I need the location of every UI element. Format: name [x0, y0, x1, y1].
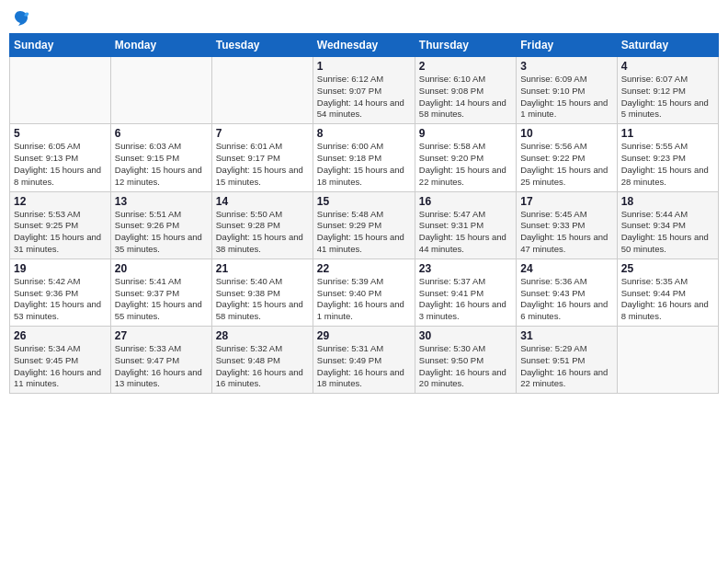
day-info: Sunrise: 6:00 AM Sunset: 9:18 PM Dayligh… [317, 141, 411, 188]
day-number: 8 [317, 127, 411, 140]
calendar-header-row: SundayMondayTuesdayWednesdayThursdayFrid… [10, 34, 719, 57]
day-info: Sunrise: 5:55 AM Sunset: 9:23 PM Dayligh… [621, 141, 714, 188]
calendar-cell [211, 57, 313, 124]
day-info: Sunrise: 5:32 AM Sunset: 9:48 PM Dayligh… [216, 343, 309, 390]
logo-bird-icon [11, 9, 29, 28]
day-number: 3 [520, 60, 612, 73]
day-number: 17 [520, 195, 612, 208]
day-number: 7 [216, 127, 309, 140]
day-info: Sunrise: 6:09 AM Sunset: 9:10 PM Dayligh… [520, 74, 612, 121]
calendar-cell: 11Sunrise: 5:55 AM Sunset: 9:23 PM Dayli… [617, 124, 718, 191]
calendar-cell: 18Sunrise: 5:44 AM Sunset: 9:34 PM Dayli… [617, 191, 718, 259]
day-info: Sunrise: 6:10 AM Sunset: 9:08 PM Dayligh… [419, 74, 512, 121]
day-number: 4 [621, 60, 714, 73]
logo [9, 9, 29, 28]
day-info: Sunrise: 5:33 AM Sunset: 9:47 PM Dayligh… [115, 343, 208, 390]
day-number: 1 [317, 60, 411, 73]
day-info: Sunrise: 5:56 AM Sunset: 9:22 PM Dayligh… [520, 141, 612, 188]
calendar-cell: 19Sunrise: 5:42 AM Sunset: 9:36 PM Dayli… [10, 259, 111, 326]
calendar-cell [10, 57, 111, 124]
day-info: Sunrise: 5:42 AM Sunset: 9:36 PM Dayligh… [14, 276, 107, 323]
day-number: 24 [520, 262, 612, 275]
day-info: Sunrise: 6:07 AM Sunset: 9:12 PM Dayligh… [621, 74, 714, 121]
weekday-header-friday: Friday [517, 34, 617, 57]
calendar-cell: 21Sunrise: 5:40 AM Sunset: 9:38 PM Dayli… [211, 259, 313, 326]
day-number: 9 [419, 127, 512, 140]
day-number: 16 [419, 195, 512, 208]
day-number: 13 [115, 195, 208, 208]
day-number: 29 [317, 329, 411, 342]
calendar-cell: 29Sunrise: 5:31 AM Sunset: 9:49 PM Dayli… [313, 327, 415, 394]
day-number: 31 [520, 329, 612, 342]
day-info: Sunrise: 5:53 AM Sunset: 9:25 PM Dayligh… [14, 209, 107, 256]
day-info: Sunrise: 5:51 AM Sunset: 9:26 PM Dayligh… [115, 209, 208, 256]
weekday-header-saturday: Saturday [617, 34, 718, 57]
calendar-cell: 26Sunrise: 5:34 AM Sunset: 9:45 PM Dayli… [10, 327, 111, 394]
calendar-cell: 5Sunrise: 6:05 AM Sunset: 9:13 PM Daylig… [10, 124, 111, 191]
day-number: 22 [317, 262, 411, 275]
calendar-cell: 28Sunrise: 5:32 AM Sunset: 9:48 PM Dayli… [211, 327, 313, 394]
day-info: Sunrise: 6:03 AM Sunset: 9:15 PM Dayligh… [115, 141, 208, 188]
day-number: 11 [621, 127, 714, 140]
weekday-header-sunday: Sunday [10, 34, 111, 57]
day-number: 14 [216, 195, 309, 208]
day-number: 20 [115, 262, 208, 275]
calendar-cell: 24Sunrise: 5:36 AM Sunset: 9:43 PM Dayli… [517, 259, 617, 326]
calendar-cell: 3Sunrise: 6:09 AM Sunset: 9:10 PM Daylig… [517, 57, 617, 124]
calendar-cell: 10Sunrise: 5:56 AM Sunset: 9:22 PM Dayli… [517, 124, 617, 191]
calendar-cell: 16Sunrise: 5:47 AM Sunset: 9:31 PM Dayli… [415, 191, 516, 259]
day-number: 5 [14, 127, 107, 140]
page-header [9, 9, 719, 28]
day-number: 10 [520, 127, 612, 140]
calendar-cell: 20Sunrise: 5:41 AM Sunset: 9:37 PM Dayli… [110, 259, 211, 326]
day-info: Sunrise: 5:50 AM Sunset: 9:28 PM Dayligh… [216, 209, 309, 256]
calendar-cell: 17Sunrise: 5:45 AM Sunset: 9:33 PM Dayli… [517, 191, 617, 259]
day-info: Sunrise: 5:39 AM Sunset: 9:40 PM Dayligh… [317, 276, 411, 323]
day-number: 18 [621, 195, 714, 208]
calendar-cell: 9Sunrise: 5:58 AM Sunset: 9:20 PM Daylig… [415, 124, 516, 191]
calendar-cell: 31Sunrise: 5:29 AM Sunset: 9:51 PM Dayli… [517, 327, 617, 394]
day-number: 27 [115, 329, 208, 342]
day-info: Sunrise: 6:01 AM Sunset: 9:17 PM Dayligh… [216, 141, 309, 188]
day-info: Sunrise: 5:44 AM Sunset: 9:34 PM Dayligh… [621, 209, 714, 256]
day-number: 12 [14, 195, 107, 208]
calendar-cell: 27Sunrise: 5:33 AM Sunset: 9:47 PM Dayli… [110, 327, 211, 394]
day-info: Sunrise: 5:48 AM Sunset: 9:29 PM Dayligh… [317, 209, 411, 256]
weekday-header-wednesday: Wednesday [313, 34, 415, 57]
day-number: 2 [419, 60, 512, 73]
day-number: 6 [115, 127, 208, 140]
day-info: Sunrise: 5:37 AM Sunset: 9:41 PM Dayligh… [419, 276, 512, 323]
weekday-header-tuesday: Tuesday [211, 34, 313, 57]
calendar-cell: 25Sunrise: 5:35 AM Sunset: 9:44 PM Dayli… [617, 259, 718, 326]
weekday-header-thursday: Thursday [415, 34, 516, 57]
day-info: Sunrise: 5:36 AM Sunset: 9:43 PM Dayligh… [520, 276, 612, 323]
calendar-cell: 6Sunrise: 6:03 AM Sunset: 9:15 PM Daylig… [110, 124, 211, 191]
calendar-cell: 4Sunrise: 6:07 AM Sunset: 9:12 PM Daylig… [617, 57, 718, 124]
day-number: 21 [216, 262, 309, 275]
calendar-week-row: 5Sunrise: 6:05 AM Sunset: 9:13 PM Daylig… [10, 124, 719, 191]
calendar-cell: 30Sunrise: 5:30 AM Sunset: 9:50 PM Dayli… [415, 327, 516, 394]
day-number: 19 [14, 262, 107, 275]
calendar-cell: 13Sunrise: 5:51 AM Sunset: 9:26 PM Dayli… [110, 191, 211, 259]
calendar-cell: 23Sunrise: 5:37 AM Sunset: 9:41 PM Dayli… [415, 259, 516, 326]
calendar-cell: 15Sunrise: 5:48 AM Sunset: 9:29 PM Dayli… [313, 191, 415, 259]
day-info: Sunrise: 5:35 AM Sunset: 9:44 PM Dayligh… [621, 276, 714, 323]
day-number: 26 [14, 329, 107, 342]
calendar-cell: 22Sunrise: 5:39 AM Sunset: 9:40 PM Dayli… [313, 259, 415, 326]
day-info: Sunrise: 6:05 AM Sunset: 9:13 PM Dayligh… [14, 141, 107, 188]
day-info: Sunrise: 5:31 AM Sunset: 9:49 PM Dayligh… [317, 343, 411, 390]
day-info: Sunrise: 5:47 AM Sunset: 9:31 PM Dayligh… [419, 209, 512, 256]
calendar-cell: 1Sunrise: 6:12 AM Sunset: 9:07 PM Daylig… [313, 57, 415, 124]
calendar-cell: 12Sunrise: 5:53 AM Sunset: 9:25 PM Dayli… [10, 191, 111, 259]
calendar-week-row: 12Sunrise: 5:53 AM Sunset: 9:25 PM Dayli… [10, 191, 719, 259]
day-info: Sunrise: 5:45 AM Sunset: 9:33 PM Dayligh… [520, 209, 612, 256]
day-number: 25 [621, 262, 714, 275]
day-number: 28 [216, 329, 309, 342]
day-info: Sunrise: 5:29 AM Sunset: 9:51 PM Dayligh… [520, 343, 612, 390]
weekday-header-monday: Monday [110, 34, 211, 57]
day-info: Sunrise: 5:41 AM Sunset: 9:37 PM Dayligh… [115, 276, 208, 323]
calendar-table: SundayMondayTuesdayWednesdayThursdayFrid… [9, 33, 719, 394]
calendar-cell [110, 57, 211, 124]
day-info: Sunrise: 5:30 AM Sunset: 9:50 PM Dayligh… [419, 343, 512, 390]
day-info: Sunrise: 5:34 AM Sunset: 9:45 PM Dayligh… [14, 343, 107, 390]
